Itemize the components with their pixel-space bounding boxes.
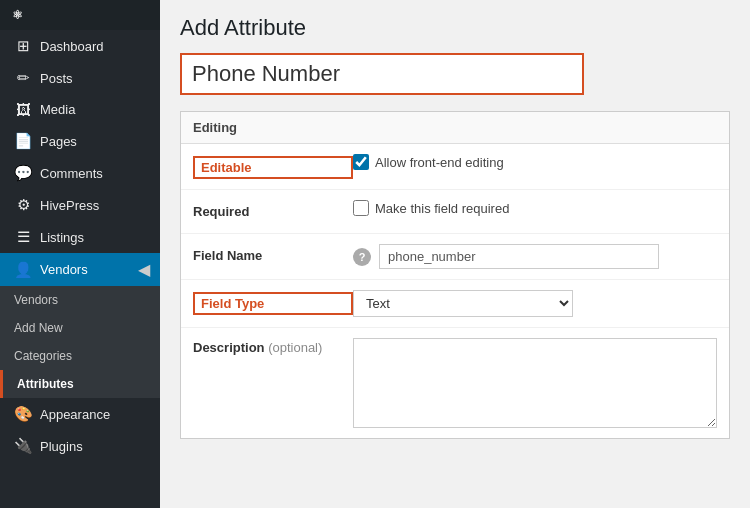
- editable-checkbox[interactable]: [353, 154, 369, 170]
- description-optional-text: (optional): [268, 340, 322, 355]
- vendors-submenu: Vendors Add New Categories Attributes: [0, 286, 160, 398]
- sidebar-item-label: Pages: [40, 134, 77, 149]
- field-type-label-wrapper: Field Type: [193, 290, 353, 315]
- field-type-select[interactable]: Text Email URL Number Date Select Checkb…: [353, 290, 573, 317]
- sidebar-item-add-new[interactable]: Add New: [0, 314, 160, 342]
- field-name-label: Field Name: [193, 246, 353, 263]
- description-label: Description (optional): [193, 340, 322, 355]
- attribute-name-wrapper: [180, 53, 584, 95]
- sidebar-item-listings[interactable]: ☰ Listings: [0, 221, 160, 253]
- required-control: Make this field required: [353, 200, 717, 216]
- field-row-field-type: Field Type Text Email URL Number Date Se…: [181, 280, 729, 328]
- sidebar-item-vendors[interactable]: 👤 Vendors ◀: [0, 253, 160, 286]
- field-name-control: ?: [353, 244, 717, 269]
- sidebar-item-pages[interactable]: 📄 Pages: [0, 125, 160, 157]
- sidebar-item-label: Posts: [40, 71, 73, 86]
- editable-checkbox-text: Allow front-end editing: [375, 155, 504, 170]
- description-textarea[interactable]: [353, 338, 717, 428]
- required-checkbox-text: Make this field required: [375, 201, 509, 216]
- hivepress-icon: ⚙: [14, 196, 32, 214]
- sidebar-item-label: Appearance: [40, 407, 110, 422]
- vendors-arrow-icon: ◀: [138, 260, 150, 279]
- required-checkbox-label[interactable]: Make this field required: [353, 200, 509, 216]
- sidebar-item-label: Plugins: [40, 439, 83, 454]
- required-label-wrapper: Required: [193, 200, 353, 219]
- pages-icon: 📄: [14, 132, 32, 150]
- attribute-name-input[interactable]: [182, 55, 582, 93]
- sidebar-item-comments[interactable]: 💬 Comments: [0, 157, 160, 189]
- sidebar: ⚛ ⊞ Dashboard ✏ Posts 🖼 Media 📄 Pages 💬 …: [0, 0, 160, 508]
- sidebar-item-label: Vendors: [40, 262, 88, 277]
- field-row-description: Description (optional): [181, 328, 729, 438]
- submenu-addnew-label: Add New: [14, 321, 63, 335]
- field-row-field-name: Field Name ?: [181, 234, 729, 280]
- field-name-help-icon[interactable]: ?: [353, 248, 371, 266]
- editable-label-wrapper: Editable: [193, 154, 353, 179]
- editable-label: Editable: [193, 156, 353, 179]
- listings-icon: ☰: [14, 228, 32, 246]
- sidebar-item-label: Comments: [40, 166, 103, 181]
- sidebar-item-vendors-sub[interactable]: Vendors: [0, 286, 160, 314]
- field-row-required: Required Make this field required: [181, 190, 729, 234]
- sidebar-item-appearance[interactable]: 🎨 Appearance: [0, 398, 160, 430]
- posts-icon: ✏: [14, 69, 32, 87]
- sidebar-item-dashboard[interactable]: ⊞ Dashboard: [0, 30, 160, 62]
- submenu-categories-label: Categories: [14, 349, 72, 363]
- comments-icon: 💬: [14, 164, 32, 182]
- wp-logo-icon: ⚛: [12, 8, 23, 22]
- sidebar-item-attributes[interactable]: Attributes: [0, 370, 160, 398]
- sidebar-item-label: Listings: [40, 230, 84, 245]
- submenu-attributes-label: Attributes: [17, 377, 74, 391]
- field-name-input[interactable]: [379, 244, 659, 269]
- field-type-control: Text Email URL Number Date Select Checkb…: [353, 290, 717, 317]
- field-type-label: Field Type: [193, 292, 353, 315]
- sidebar-logo: ⚛: [0, 0, 160, 30]
- sidebar-item-categories[interactable]: Categories: [0, 342, 160, 370]
- field-row-editable: Editable Allow front-end editing: [181, 144, 729, 190]
- submenu-vendors-label: Vendors: [14, 293, 58, 307]
- editing-section-header: Editing: [181, 112, 729, 144]
- description-control: [353, 338, 717, 428]
- sidebar-item-media[interactable]: 🖼 Media: [0, 94, 160, 125]
- field-name-label-wrapper: Field Name: [193, 244, 353, 263]
- required-checkbox[interactable]: [353, 200, 369, 216]
- plugins-icon: 🔌: [14, 437, 32, 455]
- sidebar-item-plugins[interactable]: 🔌 Plugins: [0, 430, 160, 462]
- sidebar-item-posts[interactable]: ✏ Posts: [0, 62, 160, 94]
- sidebar-item-label: Dashboard: [40, 39, 104, 54]
- editable-checkbox-label[interactable]: Allow front-end editing: [353, 154, 504, 170]
- media-icon: 🖼: [14, 101, 32, 118]
- sidebar-item-label: HivePress: [40, 198, 99, 213]
- editable-control: Allow front-end editing: [353, 154, 717, 170]
- required-label: Required: [193, 202, 353, 219]
- main-content: Add Attribute Editing Editable Allow fro…: [160, 0, 750, 508]
- sidebar-item-hivepress[interactable]: ⚙ HivePress: [0, 189, 160, 221]
- sidebar-item-label: Media: [40, 102, 75, 117]
- description-label-wrapper: Description (optional): [193, 338, 353, 355]
- appearance-icon: 🎨: [14, 405, 32, 423]
- vendors-icon: 👤: [14, 261, 32, 279]
- page-title: Add Attribute: [180, 15, 730, 41]
- dashboard-icon: ⊞: [14, 37, 32, 55]
- editing-section: Editing Editable Allow front-end editing…: [180, 111, 730, 439]
